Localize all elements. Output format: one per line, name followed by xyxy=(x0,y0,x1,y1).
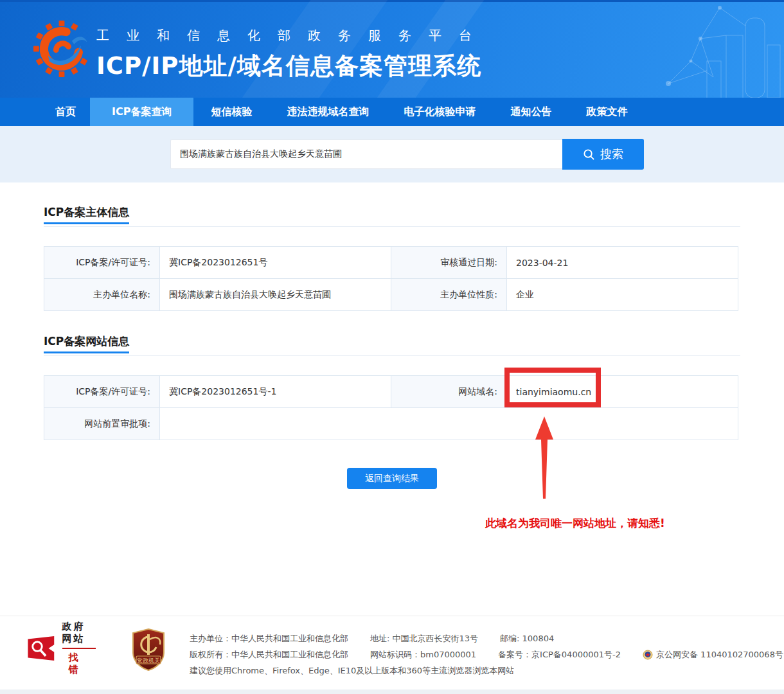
footer-police-number: 京公网安备 11040102700068号 xyxy=(656,649,783,661)
nav-item-home[interactable]: 首页 xyxy=(41,98,90,126)
find-error-magnifier-icon xyxy=(27,630,57,666)
table-row: ICP备案/许可证号: 冀ICP备2023012651号 审核通过日期: 202… xyxy=(44,247,738,279)
nav-item-illegal-domain-query[interactable]: 违法违规域名查询 xyxy=(269,98,386,126)
page-footer: 政府网站 找错 党政机关 主办单位：中华人民共和国工业和信息 xyxy=(0,616,784,694)
site-license-number-label: ICP备案/许可证号: xyxy=(44,376,160,408)
search-icon xyxy=(583,148,595,161)
bottom-strip xyxy=(0,690,784,694)
organizer-nature-value: 企业 xyxy=(507,279,738,311)
website-info-table: ICP备案/许可证号: 冀ICP备2023012651号-1 网站域名: tia… xyxy=(44,375,738,440)
miit-icp-logo xyxy=(33,21,90,80)
table-row: ICP备案/许可证号: 冀ICP备2023012651号-1 网站域名: tia… xyxy=(44,376,738,408)
nav-item-icp-query[interactable]: ICP备案查询 xyxy=(90,98,193,126)
domain-value: tianyimiaomu.cn xyxy=(507,376,738,408)
party-gov-badge: 党政机关 xyxy=(130,628,166,679)
platform-subtitle: 工业和信息化部政务服务平台 xyxy=(96,27,489,44)
search-input[interactable] xyxy=(170,139,562,169)
nav-item-electronic-verify[interactable]: 电子化核验申请 xyxy=(386,98,493,126)
pre-approval-value xyxy=(160,408,738,440)
subject-section-header: ICP备案主体信息 xyxy=(44,205,740,227)
table-row: 网站前置审批项: xyxy=(44,408,738,440)
subject-section-title: ICP备案主体信息 xyxy=(44,205,129,226)
license-number-label: ICP备案/许可证号: xyxy=(44,247,160,279)
domain-label: 网站域名: xyxy=(391,376,507,408)
gov-site-find-error-link[interactable]: 政府网站 找错 xyxy=(27,630,96,666)
annotation-note: 此域名为我司唯一网站地址，请知悉! xyxy=(485,516,665,531)
footer-address: 地址: 中国北京西长安街13号 xyxy=(370,633,478,645)
footer-organizer: 主办单位：中华人民共和国工业和信息化部 xyxy=(190,633,348,645)
main-content: ICP备案主体信息 ICP备案/许可证号: 冀ICP备2023012651号 审… xyxy=(0,205,784,489)
nav-item-sms-verify[interactable]: 短信核验 xyxy=(193,98,269,126)
party-gov-badge-label: 党政机关 xyxy=(137,657,160,664)
wireframe-buildings-decoration xyxy=(630,0,784,98)
footer-site-code: 网站标识码：bm07000001 xyxy=(370,649,476,661)
page-title: ICP/IP地址/域名信息备案管理系统 xyxy=(96,50,489,82)
footer-browser-tip: 建议您使用Chrome、Firefox、Edge、IE10及以上版本和360等主… xyxy=(190,665,514,677)
nav-item-policy-docs[interactable]: 政策文件 xyxy=(569,98,645,126)
police-badge-icon xyxy=(643,650,653,660)
find-error-line2: 找错 xyxy=(62,652,96,676)
main-nav: 首页 ICP备案查询 短信核验 违法违规域名查询 电子化核验申请 通知公告 政策… xyxy=(0,98,784,126)
organizer-nature-label: 主办单位性质: xyxy=(391,279,507,311)
license-number-value: 冀ICP备2023012651号 xyxy=(160,247,391,279)
pre-approval-label: 网站前置审批项: xyxy=(44,408,160,440)
footer-info: 主办单位：中华人民共和国工业和信息化部 地址: 中国北京西长安街13号 邮编: … xyxy=(190,630,784,679)
back-to-results-button[interactable]: 返回查询结果 xyxy=(347,468,437,489)
find-error-line1: 政府网站 xyxy=(62,621,96,649)
search-button[interactable]: 搜索 xyxy=(562,139,644,170)
organizer-name-label: 主办单位名称: xyxy=(44,279,160,311)
page-header: 工业和信息化部政务服务平台 ICP/IP地址/域名信息备案管理系统 xyxy=(0,0,784,98)
footer-postcode: 邮编: 100804 xyxy=(500,633,554,645)
website-section-title: ICP备案网站信息 xyxy=(44,334,129,355)
website-section-header: ICP备案网站信息 xyxy=(44,334,740,356)
footer-icp-number[interactable]: 备案号：京ICP备04000001号-2 xyxy=(498,649,621,661)
search-button-label: 搜索 xyxy=(600,147,623,162)
nav-item-notices[interactable]: 通知公告 xyxy=(493,98,569,126)
approval-date-label: 审核通过日期: xyxy=(391,247,507,279)
site-license-number-value: 冀ICP备2023012651号-1 xyxy=(160,376,391,408)
footer-copyright: 版权所有：中华人民共和国工业和信息化部 xyxy=(190,649,348,661)
table-row: 主办单位名称: 围场满族蒙古族自治县大唤起乡天意苗圃 主办单位性质: 企业 xyxy=(44,279,738,311)
gear-e-logo-icon xyxy=(33,21,90,77)
footer-police-filing-link[interactable]: 京公网安备 11040102700068号 xyxy=(643,649,784,661)
approval-date-value: 2023-04-21 xyxy=(507,247,738,279)
organizer-name-value: 围场满族蒙古族自治县大唤起乡天意苗圃 xyxy=(160,279,391,311)
subject-info-table: ICP备案/许可证号: 冀ICP备2023012651号 审核通过日期: 202… xyxy=(44,246,738,311)
search-band: 搜索 xyxy=(0,126,784,182)
